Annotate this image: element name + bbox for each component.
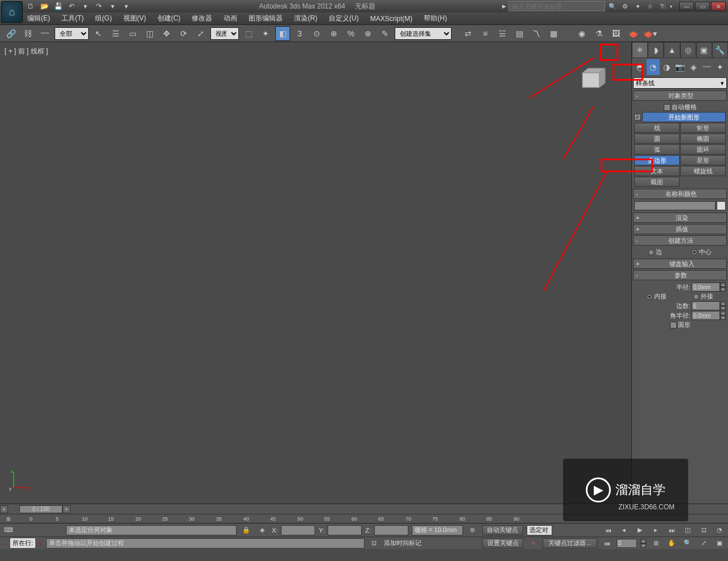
menu-animation[interactable]: 动画 [221,14,239,23]
subtab-helpers[interactable]: ◈ [686,59,700,75]
percent-snap-icon[interactable]: ⊙ [309,26,324,41]
render-setup-icon[interactable]: ⚗ [592,26,606,41]
isolate-icon[interactable]: ◫ [681,525,694,536]
search-arrow-icon[interactable]: ▶ [502,3,506,9]
color-swatch[interactable] [717,201,726,210]
menu-modifiers[interactable]: 修改器 [189,14,214,23]
auto-key-button[interactable]: 自动关键点 [482,525,523,535]
percent-icon[interactable]: % [344,26,358,41]
menu-edit[interactable]: 编辑(E) [25,14,52,23]
select-object-icon[interactable]: ↖ [91,26,106,41]
menu-maxscript[interactable]: MAXScript(M) [368,15,415,23]
radio-inscribed[interactable]: 内接 [647,292,667,301]
sel-bracket-icon[interactable]: ⊡ [697,525,710,536]
app-icon[interactable]: ⌂ [1,1,23,23]
degrade-icon[interactable]: ◔ [713,525,726,536]
selection-filter-select[interactable]: 全部 [55,27,89,40]
rendered-frame-icon[interactable]: 🖼 [609,26,623,41]
btn-rectangle[interactable]: 矩形 [680,123,726,133]
prev-frame-icon[interactable]: ◂ [618,525,630,536]
subtab-systems[interactable]: ✦ [713,59,727,75]
abs-rel-icon[interactable]: ◈ [256,525,268,536]
btn-line[interactable]: 线 [634,123,680,133]
subtab-spacewarps[interactable]: 〰 [700,59,714,75]
minimize-button[interactable]: — [679,2,694,11]
goto-end-icon[interactable]: ⏭ [665,525,678,536]
render-iterative-icon[interactable]: 🫖▾ [643,26,657,41]
category-dropdown[interactable]: 样条线▾ [633,77,727,89]
communication-icon[interactable]: ⚙ [620,1,630,11]
y-field[interactable] [328,525,362,535]
time-config-icon[interactable]: ⊞ [650,538,662,549]
tab-utilities[interactable]: 🔧 [712,42,728,58]
object-name-input[interactable] [634,201,715,210]
subtab-lights[interactable]: ◑ [660,59,673,75]
scale-icon[interactable]: ⤢ [193,26,208,41]
redo-dropdown-icon[interactable]: ▾ [107,1,118,11]
add-time-label[interactable]: 添加时间标记 [384,539,421,547]
menu-customize[interactable]: 自定义(U) [326,14,361,23]
play-icon[interactable]: ▶ [634,525,646,536]
ts-prev[interactable]: < [0,505,8,513]
rollout-parameters[interactable]: - 参数 [633,270,727,280]
view-cube[interactable] [574,65,609,99]
next-frame-icon[interactable]: ▸ [650,525,662,536]
sides-spinner[interactable]: 6▴▾ [692,301,726,310]
favorites-icon[interactable]: ☆ [645,1,655,11]
subtab-cameras[interactable]: 📷 [673,59,687,75]
spinner-snap-icon[interactable]: ⊕ [326,26,341,41]
ts-next[interactable]: > [63,505,71,513]
tab-motion[interactable]: ◎ [680,42,696,58]
undo-dropdown-icon[interactable]: ▾ [80,1,91,11]
key-filters-button[interactable]: 关键点过滤器... [543,538,597,548]
tab-create[interactable]: ✳ [632,42,648,58]
select-name-icon[interactable]: ☰ [108,26,123,41]
rollout-name-color[interactable]: - 名称和颜色 [633,189,727,199]
btn-arc[interactable]: 弧 [634,144,680,155]
key-mode-icon[interactable]: ⊚ [466,525,479,536]
menu-create[interactable]: 创建(C) [155,14,183,23]
tab-display[interactable]: ▣ [696,42,712,58]
max-viewport-icon[interactable]: ▣ [713,538,726,549]
manipulate-icon[interactable]: ✦ [258,26,273,41]
rotate-icon[interactable]: ⟳ [176,26,191,41]
search-icon[interactable]: 🔍 [607,1,618,11]
align-icon[interactable]: ≡ [478,26,493,41]
set-key-button[interactable]: 设置关键点 [482,538,523,548]
redo-icon[interactable]: ↷ [93,1,105,11]
layer-manager-icon[interactable]: ☱ [495,26,510,41]
trackbar-config-icon[interactable]: ⊞ [2,513,15,525]
radius-spinner[interactable]: 0.0mm▴▾ [692,282,726,292]
link-icon[interactable]: 🔗 [3,26,18,41]
rollout-creation-method[interactable]: - 创建方法 [633,235,727,246]
schematic-view-icon[interactable]: ▦ [546,26,561,41]
snap-toggle-icon[interactable]: ◧ [275,26,290,41]
lock-selection-icon[interactable]: 🔒 [240,525,253,536]
time-slider-handle[interactable]: 0 / 100 [19,505,63,513]
time-tag-icon[interactable]: ⊡ [368,538,380,549]
pan-icon[interactable]: ✋ [665,538,678,549]
autogrid-checkbox[interactable] [664,104,671,111]
select-region-rect-icon[interactable]: ▭ [125,26,140,41]
menu-tools[interactable]: 工具(T) [59,14,86,23]
goto-start-2-icon[interactable]: ⏮ [601,538,613,549]
menu-views[interactable]: 视图(V) [121,14,148,23]
edit-named-sel-icon[interactable]: ✎ [378,26,392,41]
graphite-icon[interactable]: ▤ [512,26,527,41]
selected-set-field[interactable]: 选定对 [527,525,552,535]
btn-donut[interactable]: 圆环 [680,144,726,155]
subtab-shapes[interactable]: ◔ [647,59,660,75]
maximize-button[interactable]: ▭ [695,2,710,11]
btn-section[interactable]: 截面 [634,177,680,187]
ref-coord-select[interactable]: 视图 [210,27,239,40]
help-icon[interactable]: ?⃝ [657,1,668,11]
help-dropdown-icon[interactable]: ▾ [670,4,672,9]
rollout-keyboard-entry[interactable]: + 键盘输入 [633,259,727,269]
radio-circum[interactable]: 外接 [693,292,713,301]
maxscript-listener-icon[interactable]: ⌨ [2,525,15,536]
goto-start-icon[interactable]: ⏮ [602,525,614,536]
frame-up[interactable]: ▴ [640,539,646,543]
named-selection-select[interactable]: 创建选择集 [395,27,452,40]
rollout-interp[interactable]: + 插值 [633,224,727,234]
btn-ellipse[interactable]: 椭圆 [680,134,726,144]
